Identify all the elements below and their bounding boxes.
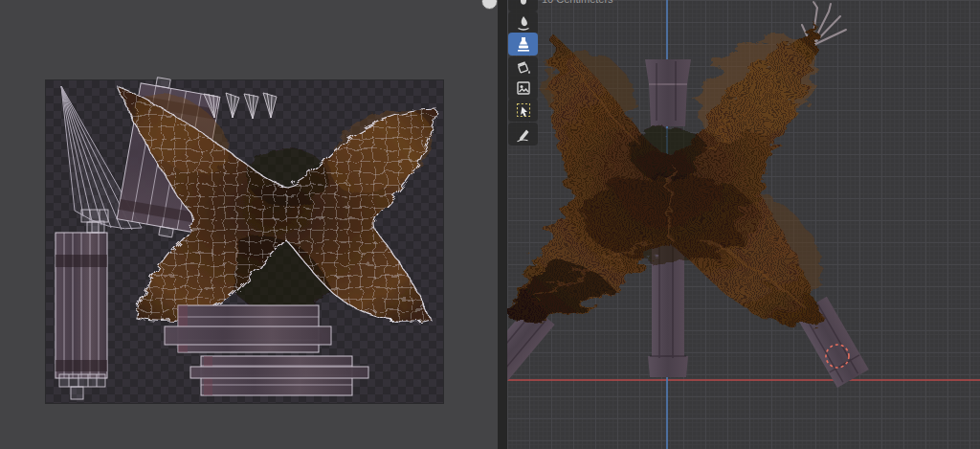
vplank-band — [56, 360, 107, 371]
cap-square — [71, 387, 83, 399]
frame-center-post-cap — [648, 356, 688, 377]
fill-bucket-icon — [515, 59, 532, 77]
cone-fan — [263, 93, 277, 118]
mask-image-icon — [515, 79, 532, 97]
app-window: 10 Centimeters — [0, 0, 980, 449]
paint-toolbar — [508, 0, 541, 163]
viewport-3d[interactable]: 10 Centimeters — [507, 0, 980, 449]
uv-island-cap-bottom[interactable] — [59, 374, 105, 399]
cone-fan — [244, 94, 258, 119]
draw-icon — [515, 0, 532, 9]
uv-island-cone-fans[interactable] — [204, 93, 277, 119]
select-box-cursor-icon — [515, 101, 532, 119]
plank-strip-tab — [159, 227, 173, 237]
tool-draw-button[interactable] — [508, 0, 538, 11]
tool-annotate-button[interactable] — [508, 123, 538, 146]
uv-image-editor — [0, 0, 498, 449]
tool-soften-button[interactable] — [508, 11, 538, 34]
hplank-offset-board — [190, 367, 368, 378]
cap-square — [87, 222, 99, 233]
uv-islands-layer — [0, 0, 498, 449]
hplank-offset-board — [165, 326, 331, 345]
soften-icon — [515, 14, 532, 32]
frame-top-post — [645, 59, 691, 126]
annotate-pen-icon — [515, 125, 532, 143]
tool-clone-button[interactable] — [508, 33, 538, 56]
uv-island-horizontal-planks-upper[interactable] — [165, 305, 331, 352]
scene-layer — [507, 0, 980, 449]
cone-fan — [226, 93, 239, 118]
uv-island-vertical-planks[interactable] — [56, 221, 107, 378]
cap-row — [81, 210, 108, 222]
tool-select-button[interactable] — [508, 99, 538, 122]
uv-island-horizontal-planks-lower[interactable] — [190, 356, 368, 395]
tool-mask-button[interactable] — [508, 77, 538, 100]
clone-stamp-icon — [515, 35, 532, 53]
plank-strip-tab — [156, 78, 170, 88]
vplank-band — [56, 255, 107, 267]
area-splitter[interactable] — [498, 0, 507, 449]
cap-row — [59, 374, 105, 387]
